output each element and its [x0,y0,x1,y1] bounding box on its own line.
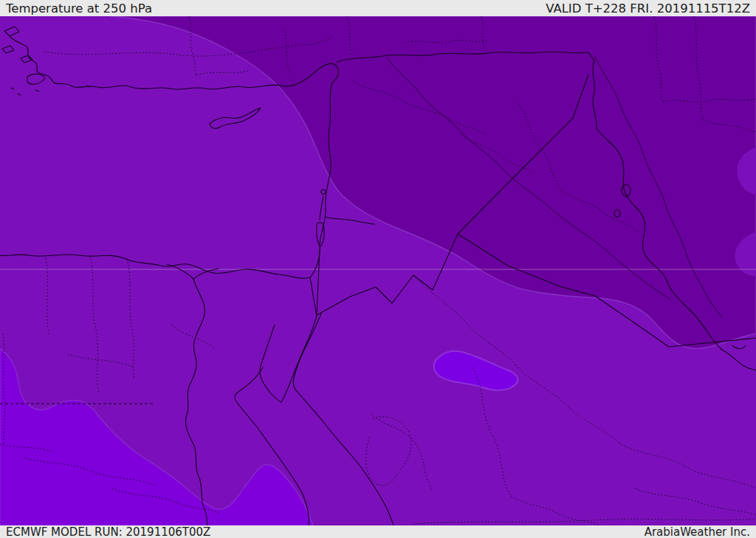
footer-bar: ECMWF MODEL RUN: 20191106T00Z ArabiaWeat… [0,525,756,538]
temperature-map-canvas [0,16,756,525]
credit-label: ArabiaWeather Inc. [645,526,750,538]
weather-map-page: Temperature at 250 hPa VALID T+228 FRI. … [0,0,756,538]
page-title: Temperature at 250 hPa [6,1,152,16]
valid-time-label: VALID T+228 FRI. 20191115T12Z [546,1,750,16]
header-bar: Temperature at 250 hPa VALID T+228 FRI. … [0,0,756,16]
weather-map [0,16,756,525]
model-run-label: ECMWF MODEL RUN: 20191106T00Z [6,526,210,538]
